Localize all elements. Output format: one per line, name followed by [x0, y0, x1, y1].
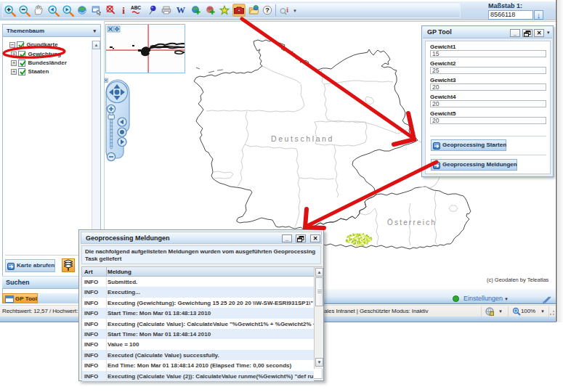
- svg-text:W: W: [177, 5, 186, 15]
- svg-text:i: i: [286, 6, 288, 14]
- svg-text:i: i: [122, 5, 125, 16]
- svg-text:?: ?: [265, 7, 270, 14]
- svg-text:ABC: ABC: [131, 5, 141, 10]
- svg-text:▼: ▼: [293, 9, 297, 13]
